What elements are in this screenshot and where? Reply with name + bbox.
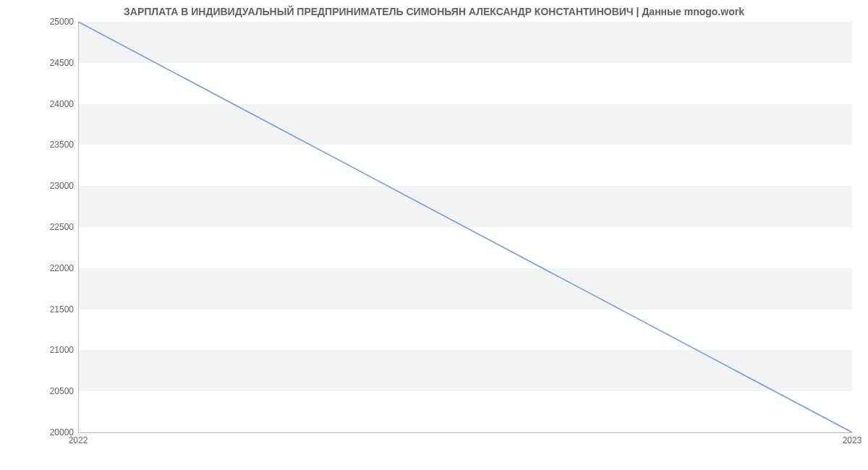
x-tick-label: 2023 (843, 432, 862, 445)
y-tick-label: 20500 (50, 386, 78, 396)
y-tick-label: 21000 (50, 345, 78, 355)
y-tick-label: 24500 (50, 58, 78, 68)
x-tick-label: 2022 (69, 432, 88, 445)
chart-container: ЗАРПЛАТА В ИНДИВИДУАЛЬНЫЙ ПРЕДПРИНИМАТЕЛ… (0, 0, 868, 470)
y-tick-label: 23500 (50, 140, 78, 150)
y-tick-label: 25000 (50, 17, 78, 27)
y-tick-label: 22000 (50, 263, 78, 273)
line-series (78, 22, 852, 432)
x-axis-line (78, 432, 852, 433)
y-tick-label: 21500 (50, 304, 78, 315)
y-tick-label: 24000 (50, 99, 78, 109)
chart-title: ЗАРПЛАТА В ИНДИВИДУАЛЬНЫЙ ПРЕДПРИНИМАТЕЛ… (0, 6, 868, 17)
y-tick-label: 23000 (50, 181, 78, 191)
y-tick-label: 22500 (50, 222, 78, 232)
plot-area: 2000020500210002150022000225002300023500… (78, 22, 852, 432)
